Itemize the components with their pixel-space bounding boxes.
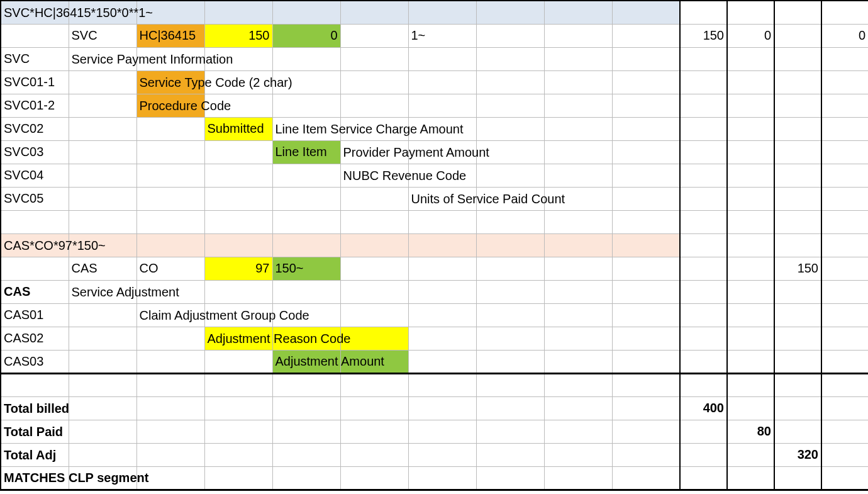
svc-col-paid: 0 xyxy=(727,24,774,47)
def-svc04-desc: NUBC Revenue Code xyxy=(340,164,408,187)
def-cas01-label: CAS01 xyxy=(1,303,69,327)
def-svc011-label: SVC01-1 xyxy=(1,70,69,94)
svc-hc-code: HC|36415 xyxy=(136,24,204,47)
def-svc02-label: SVC02 xyxy=(1,117,69,140)
def-svc02-desc: Line Item Service Charge Amount xyxy=(272,117,340,140)
def-cas-label: CAS xyxy=(1,280,69,303)
total-adj-value: 320 xyxy=(774,443,821,466)
matches-clp-label: MATCHES CLP segment xyxy=(1,466,69,490)
def-svc03-label: SVC03 xyxy=(1,140,69,164)
svc-col-adj xyxy=(774,24,821,47)
cas-col-adj: 150 xyxy=(774,257,821,280)
def-cas-desc: Service Adjustment xyxy=(69,280,136,303)
svc-units: 1~ xyxy=(408,24,476,47)
edi-table: SVC*HC|36415*150*0**1~ SVC HC|36415 150 … xyxy=(0,0,868,491)
total-paid-value: 80 xyxy=(727,420,774,443)
def-cas03-desc: Adjustment Amount xyxy=(272,350,340,373)
def-svc05-label: SVC05 xyxy=(1,187,69,210)
svc-seg: SVC xyxy=(69,24,136,47)
cas-reason-code: 97 xyxy=(204,257,272,280)
total-billed-label: Total billed xyxy=(1,396,69,420)
cas-group-code: CO xyxy=(136,257,204,280)
def-svc04-label: SVC04 xyxy=(1,164,69,187)
svc-segment-header: SVC*HC|36415*150*0**1~ xyxy=(1,1,69,24)
total-paid-label: Total Paid xyxy=(1,420,69,443)
cas-seg: CAS xyxy=(69,257,136,280)
def-svc02-hl: Submitted xyxy=(204,117,272,140)
def-svc011-desc: Service Type Code (2 char) xyxy=(136,70,204,94)
svc-paid-amount: 0 xyxy=(272,24,340,47)
def-svc-desc: Service Payment Information xyxy=(69,47,136,70)
def-svc-label: SVC xyxy=(1,47,69,70)
def-svc05-desc: Units of Service Paid Count xyxy=(408,187,476,210)
def-svc03-hl: Line Item xyxy=(272,140,340,164)
svc-submitted-amount: 150 xyxy=(204,24,272,47)
cas-data-row: CAS CO 97 150~ 150 xyxy=(1,257,868,280)
def-svc012-label: SVC01-2 xyxy=(1,94,69,117)
cas-segment-header: CAS*CO*97*150~ xyxy=(1,233,69,257)
def-svc03-desc: Provider Payment Amount xyxy=(340,140,408,164)
svc-col-billed: 150 xyxy=(680,24,727,47)
cas-adj-amount: 150~ xyxy=(272,257,340,280)
total-billed-value: 400 xyxy=(680,396,727,420)
svc-data-row: SVC HC|36415 150 0 1~ 150 0 0 xyxy=(1,24,868,47)
def-cas02-label: CAS02 xyxy=(1,327,69,350)
def-cas03-label: CAS03 xyxy=(1,350,69,373)
total-adj-label: Total Adj xyxy=(1,443,69,466)
def-cas01-desc: Claim Adjustment Group Code xyxy=(136,303,204,327)
def-cas02-desc: Adjustment Reason Code xyxy=(204,327,272,350)
svc-col-last: 0 xyxy=(821,24,868,47)
def-svc012-desc: Procedure Code xyxy=(136,94,204,117)
